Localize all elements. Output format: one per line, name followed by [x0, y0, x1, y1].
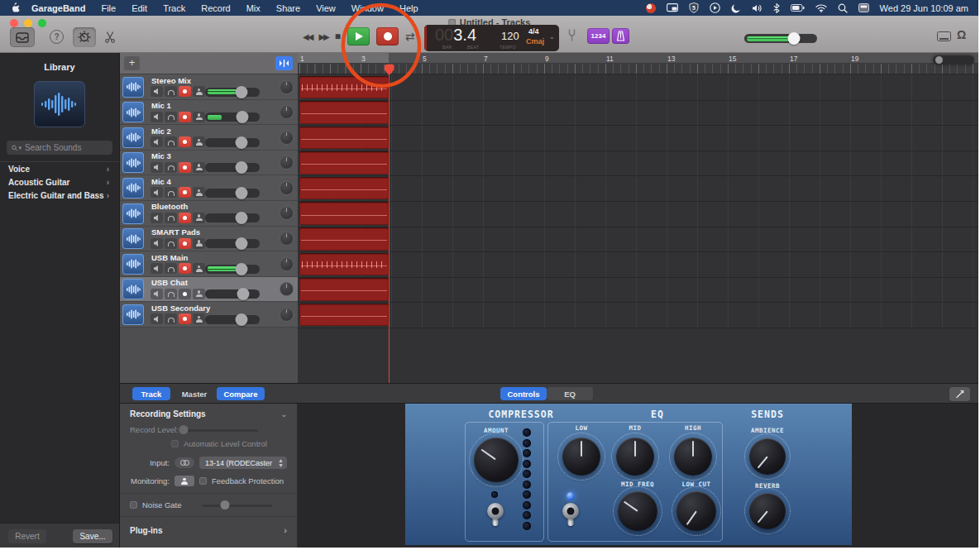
track-header-row[interactable]: Mic 1: [120, 100, 298, 126]
track-lane[interactable]: [298, 176, 978, 202]
track-header-row[interactable]: USB Main: [120, 251, 298, 277]
collapse-chevron-icon[interactable]: ⌄: [280, 410, 287, 418]
volume-slider[interactable]: [205, 138, 260, 147]
shield-icon[interactable]: 5: [689, 2, 699, 13]
volume-slider[interactable]: [205, 289, 260, 299]
battery-icon[interactable]: [791, 4, 805, 12]
track-header-row[interactable]: Mic 2: [120, 125, 298, 151]
zoom-button[interactable]: [38, 19, 46, 27]
volume-slider[interactable]: [205, 213, 260, 222]
record-enable-button[interactable]: [179, 187, 191, 198]
solo-button[interactable]: [165, 263, 177, 274]
pan-knob[interactable]: [280, 131, 294, 145]
minimize-button[interactable]: [24, 19, 32, 27]
stop-button[interactable]: ■: [335, 31, 341, 42]
count-in-button[interactable]: 1234: [587, 28, 610, 44]
pan-knob[interactable]: [280, 257, 294, 271]
track-header-row[interactable]: Mic 3: [120, 151, 298, 176]
quick-help-button[interactable]: ?: [50, 30, 64, 44]
save-button[interactable]: Save...: [73, 529, 112, 543]
input-monitor-button[interactable]: [193, 289, 205, 299]
tab-master[interactable]: Master: [174, 387, 215, 400]
menu-view[interactable]: View: [316, 3, 336, 13]
menu-file[interactable]: File: [101, 3, 116, 13]
tab-controls[interactable]: Controls: [500, 387, 547, 400]
display-mirroring-icon[interactable]: [667, 3, 678, 12]
record-enable-button[interactable]: [179, 263, 191, 274]
input-monitor-button[interactable]: [193, 86, 205, 97]
menu-extras-icon[interactable]: [858, 3, 869, 12]
menu-track[interactable]: Track: [163, 3, 185, 13]
solo-button[interactable]: [165, 238, 177, 249]
pan-knob[interactable]: [280, 80, 294, 94]
track-lane[interactable]: [298, 151, 978, 177]
record-enable-button[interactable]: [179, 238, 191, 249]
record-enable-button[interactable]: [179, 112, 191, 122]
solo-button[interactable]: [165, 289, 177, 299]
noise-gate-slider[interactable]: [202, 500, 280, 509]
audio-region[interactable]: [299, 227, 389, 251]
eq-low-cut-knob[interactable]: [676, 491, 716, 531]
mute-button[interactable]: [151, 187, 163, 198]
mute-button[interactable]: [151, 162, 163, 173]
track-header-row[interactable]: SMART Pads: [120, 227, 298, 252]
volume-slider[interactable]: [205, 163, 260, 172]
forward-button[interactable]: ▶▶: [318, 32, 327, 41]
spotlight-icon[interactable]: [838, 3, 848, 13]
rewind-button[interactable]: ◀◀: [303, 32, 312, 41]
input-monitor-button[interactable]: [193, 112, 205, 122]
pan-knob[interactable]: [280, 181, 294, 195]
audio-region[interactable]: [299, 127, 389, 150]
auto-level-checkbox[interactable]: [171, 440, 179, 447]
record-button[interactable]: [376, 27, 399, 45]
solo-button[interactable]: [165, 162, 177, 173]
lcd-tempo[interactable]: 120: [501, 30, 519, 42]
input-select[interactable]: 13-14 (RODECaster▲▼: [199, 457, 287, 469]
solo-button[interactable]: [165, 187, 177, 198]
noise-gate-checkbox[interactable]: [130, 501, 137, 509]
input-monitor-button[interactable]: [193, 238, 205, 249]
volume-slider[interactable]: [205, 239, 260, 248]
zoom-slider[interactable]: [933, 55, 974, 65]
input-monitor-button[interactable]: [193, 213, 205, 223]
add-track-button[interactable]: +: [124, 56, 140, 70]
input-monitor-button[interactable]: [193, 187, 205, 198]
catch-playhead-button[interactable]: [275, 56, 293, 70]
volume-slider[interactable]: [205, 112, 260, 122]
track-lane[interactable]: [298, 202, 978, 227]
volume-slider[interactable]: [205, 315, 260, 324]
menu-mix[interactable]: Mix: [246, 3, 261, 13]
track-header-row-selected[interactable]: USB Chat: [120, 277, 298, 303]
track-lane[interactable]: [298, 303, 978, 328]
metronome-button[interactable]: [612, 28, 629, 44]
audio-region[interactable]: [299, 76, 389, 99]
pan-knob[interactable]: [280, 282, 294, 296]
solo-button[interactable]: [165, 213, 177, 223]
smart-controls-button[interactable]: [73, 27, 96, 47]
tab-compare[interactable]: Compare: [217, 387, 265, 400]
eq-toggle[interactable]: [562, 503, 580, 528]
lcd-display[interactable]: 003.4 BAR BEAT 120 TEMPO 4/4 Cmaj ⌄: [424, 25, 559, 51]
search-sounds-field[interactable]: ▾: [7, 141, 112, 155]
solo-button[interactable]: [165, 313, 177, 324]
record-enable-button[interactable]: [179, 289, 191, 299]
eq-mid-knob[interactable]: [616, 438, 654, 476]
menu-record[interactable]: Record: [201, 3, 230, 13]
apple-menu-icon[interactable]: [10, 2, 20, 14]
input-format-button[interactable]: [174, 457, 194, 468]
solo-button[interactable]: [165, 86, 177, 97]
record-enable-button[interactable]: [179, 136, 191, 147]
mute-button[interactable]: [151, 86, 163, 97]
record-enable-button[interactable]: [179, 86, 191, 97]
library-toggle-button[interactable]: [10, 27, 35, 47]
ambience-knob[interactable]: [749, 438, 786, 475]
close-button[interactable]: [10, 19, 18, 27]
record-enable-button[interactable]: [179, 162, 191, 173]
feedback-protection-checkbox[interactable]: [199, 477, 207, 485]
mute-button[interactable]: [151, 238, 163, 249]
search-input[interactable]: [25, 143, 108, 152]
playhead-line[interactable]: [389, 64, 390, 383]
input-monitor-button[interactable]: [193, 313, 205, 324]
record-enable-button[interactable]: [179, 313, 191, 324]
monitoring-button[interactable]: [174, 476, 194, 486]
